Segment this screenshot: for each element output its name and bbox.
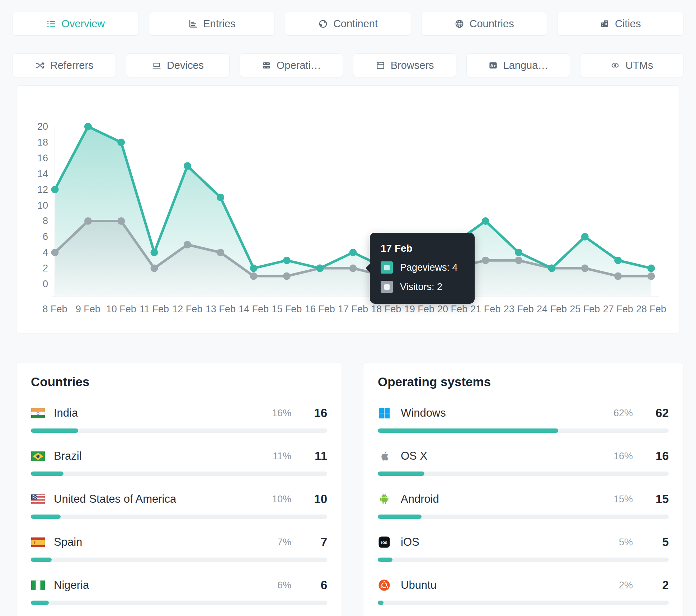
tab-label: Langua… <box>503 60 549 71</box>
stat-progress-track <box>31 515 327 519</box>
tab-referrers[interactable]: Referrers <box>13 53 116 77</box>
visitors-point[interactable] <box>51 249 59 256</box>
stat-row-windows[interactable]: Windows62%62 <box>378 405 669 445</box>
pageviews-point[interactable] <box>316 265 324 272</box>
stat-count: 6 <box>304 578 327 592</box>
stat-row-india[interactable]: India16%16 <box>31 405 327 445</box>
tab-devices[interactable]: Devices <box>126 53 229 77</box>
logo-apple-icon <box>378 449 393 463</box>
svg-text:13 Feb: 13 Feb <box>206 304 236 314</box>
tab-continent[interactable]: Continent <box>285 12 411 35</box>
tab-label: Cities <box>615 18 641 30</box>
pageviews-point[interactable] <box>581 233 589 241</box>
stat-progress-fill <box>31 472 64 476</box>
svg-text:18 Feb: 18 Feb <box>371 304 401 314</box>
logo-android-icon <box>378 492 393 506</box>
pageviews-point[interactable] <box>184 162 191 170</box>
os-panel-title: Operating systems <box>378 375 491 389</box>
pageviews-point[interactable] <box>283 257 291 264</box>
stat-row-nigeria[interactable]: Nigeria6%6 <box>31 577 327 616</box>
tooltip-date: 17 Feb <box>381 243 464 254</box>
stat-name: iOS <box>401 536 593 549</box>
tab-label: Referrers <box>50 60 94 71</box>
y-axis-labels: 02468101214161820 <box>37 121 48 289</box>
svg-text:16 Feb: 16 Feb <box>305 304 335 314</box>
stat-row-ubuntu[interactable]: Ubuntu2%2 <box>378 577 669 616</box>
pageviews-point[interactable] <box>614 257 622 264</box>
stat-row-spain[interactable]: Spain7%7 <box>31 534 327 574</box>
svg-text:2: 2 <box>43 263 48 274</box>
stat-row-ios[interactable]: iOS5%5 <box>378 534 669 574</box>
tab-label: Devices <box>167 60 204 71</box>
stat-progress-track <box>31 558 327 562</box>
visitors-point[interactable] <box>482 257 489 264</box>
pageviews-point[interactable] <box>548 265 556 272</box>
tab-overview[interactable]: Overview <box>13 12 139 35</box>
countries-panel-title: Countries <box>31 375 89 389</box>
pageviews-point[interactable] <box>482 217 489 225</box>
svg-text:8: 8 <box>43 215 48 226</box>
stat-progress-fill <box>31 428 78 433</box>
tab-utms[interactable]: UTMs <box>580 53 683 77</box>
stat-count: 62 <box>645 406 669 420</box>
visitors-point[interactable] <box>117 217 125 225</box>
stat-name: OS X <box>401 450 593 463</box>
tab-cities[interactable]: Cities <box>557 12 683 35</box>
svg-text:12: 12 <box>37 184 48 195</box>
pageviews-point[interactable] <box>51 186 59 193</box>
visitors-point[interactable] <box>84 217 92 225</box>
svg-text:25 Feb: 25 Feb <box>570 304 600 314</box>
visitors-point[interactable] <box>250 273 258 280</box>
x-axis-labels: 8 Feb9 Feb10 Feb11 Feb12 Feb13 Feb14 Feb… <box>42 304 666 314</box>
tab-operating-systems[interactable]: Operati… <box>240 53 343 77</box>
tab-label: Countries <box>470 18 514 30</box>
stat-row-brazil[interactable]: Brazil11%11 <box>31 448 327 488</box>
visitors-point[interactable] <box>515 257 522 264</box>
stat-percent: 16% <box>252 408 291 419</box>
pageviews-point[interactable] <box>117 138 125 146</box>
svg-text:14 Feb: 14 Feb <box>239 304 269 314</box>
visitors-point[interactable] <box>217 249 224 256</box>
stat-percent: 11% <box>252 451 291 462</box>
visitors-point[interactable] <box>349 265 357 272</box>
svg-text:4: 4 <box>43 247 48 258</box>
pageviews-point[interactable] <box>217 194 224 201</box>
tab-label: Continent <box>333 18 378 30</box>
icon-translate <box>488 61 498 70</box>
pageviews-point[interactable] <box>349 249 357 256</box>
tab-languages[interactable]: Langua… <box>466 53 570 77</box>
svg-text:12 Feb: 12 Feb <box>172 304 202 314</box>
pageviews-point[interactable] <box>648 265 655 272</box>
visitors-point[interactable] <box>283 273 291 280</box>
logo-ubuntu-icon <box>378 578 393 592</box>
tab-countries[interactable]: Countries <box>421 12 547 35</box>
stat-row-united-states-of-america[interactable]: United States of America10%10 <box>31 491 327 531</box>
pageviews-point[interactable] <box>515 249 522 256</box>
tab-label: Browsers <box>391 60 434 71</box>
stat-row-os-x[interactable]: OS X16%16 <box>378 448 669 488</box>
pageviews-swatch-icon <box>381 261 393 274</box>
svg-text:20: 20 <box>37 121 48 132</box>
tab-browsers[interactable]: Browsers <box>353 53 456 77</box>
svg-text:0: 0 <box>43 279 48 289</box>
stat-count: 5 <box>645 535 669 549</box>
visitors-point[interactable] <box>648 273 655 280</box>
visitors-point[interactable] <box>151 265 158 272</box>
traffic-chart[interactable]: 024681012141618208 Feb9 Feb10 Feb11 Feb1… <box>17 86 679 333</box>
visitors-point[interactable] <box>581 265 589 272</box>
stat-row-android[interactable]: Android15%15 <box>378 491 669 531</box>
pageviews-point[interactable] <box>250 265 258 272</box>
stat-progress-track <box>378 472 669 476</box>
stat-progress-track <box>31 428 327 433</box>
pageviews-point[interactable] <box>84 123 92 131</box>
tab-entries[interactable]: Entries <box>149 12 275 35</box>
visitors-point[interactable] <box>614 273 622 280</box>
icon-continent <box>318 19 328 29</box>
icon-browser <box>376 61 385 70</box>
stat-count: 15 <box>645 492 669 506</box>
pageviews-point[interactable] <box>151 249 158 256</box>
stat-progress-fill <box>378 472 424 476</box>
svg-text:27 Feb: 27 Feb <box>603 304 633 314</box>
stat-name: Spain <box>54 536 252 549</box>
visitors-point[interactable] <box>184 241 191 248</box>
